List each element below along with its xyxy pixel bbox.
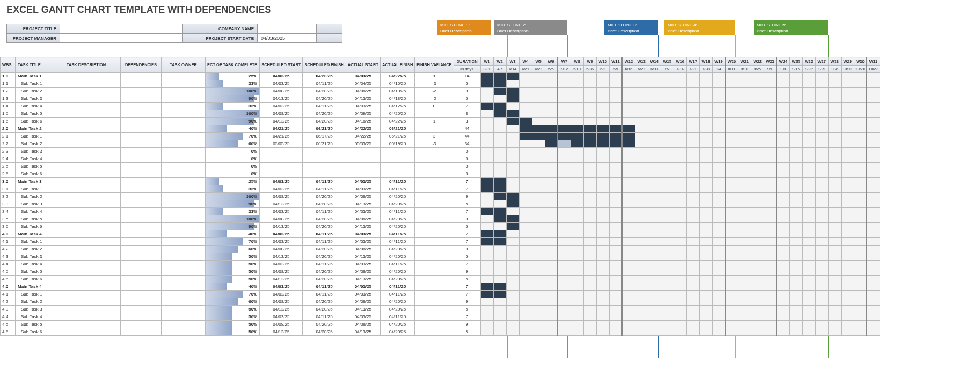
gantt-cell[interactable]: [519, 306, 532, 313]
gantt-cell[interactable]: [506, 215, 519, 223]
gantt-cell[interactable]: [789, 103, 802, 110]
gantt-cell[interactable]: [789, 268, 802, 276]
gantt-cell[interactable]: [699, 230, 712, 238]
cell[interactable]: 04/13/25: [260, 95, 303, 103]
gantt-cell[interactable]: [686, 208, 699, 215]
cell[interactable]: [415, 321, 454, 328]
cell[interactable]: [121, 118, 162, 125]
gantt-cell[interactable]: [583, 306, 596, 313]
gantt-cell[interactable]: [828, 268, 841, 276]
gantt-cell[interactable]: [751, 230, 764, 238]
gantt-cell[interactable]: [725, 125, 738, 133]
cell[interactable]: 04/20/25: [380, 193, 414, 200]
cell[interactable]: [415, 313, 454, 321]
gantt-cell[interactable]: [674, 261, 686, 268]
gantt-cell[interactable]: [583, 133, 596, 140]
gantt-cell[interactable]: [828, 170, 841, 178]
cell[interactable]: 4.5: [1, 321, 16, 328]
cell[interactable]: 0%: [206, 170, 260, 178]
gantt-cell[interactable]: [661, 103, 674, 110]
gantt-cell[interactable]: [712, 140, 725, 148]
gantt-cell[interactable]: [648, 73, 661, 80]
gantt-cell[interactable]: [661, 215, 674, 223]
cell[interactable]: 06/21/25: [380, 133, 414, 140]
cell[interactable]: 4.0: [1, 230, 16, 238]
cell[interactable]: 04/22/25: [380, 118, 414, 125]
gantt-cell[interactable]: [828, 230, 841, 238]
gantt-cell[interactable]: [674, 163, 686, 170]
gantt-cell[interactable]: [725, 283, 738, 291]
gantt-cell[interactable]: [815, 125, 828, 133]
gantt-cell[interactable]: [712, 88, 725, 95]
gantt-cell[interactable]: [609, 328, 622, 336]
gantt-cell[interactable]: [686, 306, 699, 313]
gantt-cell[interactable]: [712, 73, 725, 80]
gantt-cell[interactable]: [751, 118, 764, 125]
table-row[interactable]: 4.1Sub Task 170%04/03/2504/11/2504/03/25…: [1, 238, 880, 246]
gantt-cell[interactable]: [712, 223, 725, 230]
gantt-cell[interactable]: [493, 163, 506, 170]
gantt-cell[interactable]: [558, 140, 571, 148]
table-row[interactable]: 4.5Sub Task 550%04/08/2504/20/2504/08/25…: [1, 321, 880, 328]
gantt-cell[interactable]: [828, 185, 841, 193]
gantt-cell[interactable]: [699, 170, 712, 178]
gantt-cell[interactable]: [558, 110, 571, 118]
gantt-cell[interactable]: [661, 118, 674, 125]
gantt-cell[interactable]: [609, 313, 622, 321]
gantt-cell[interactable]: [506, 261, 519, 268]
gantt-cell[interactable]: [532, 170, 545, 178]
gantt-cell[interactable]: [777, 313, 789, 321]
gantt-cell[interactable]: [764, 185, 777, 193]
gantt-cell[interactable]: [725, 193, 738, 200]
gantt-cell[interactable]: [789, 178, 802, 185]
gantt-cell[interactable]: [532, 133, 545, 140]
cell[interactable]: [415, 223, 454, 230]
cell[interactable]: [121, 140, 162, 148]
gantt-cell[interactable]: [764, 230, 777, 238]
gantt-cell[interactable]: [519, 223, 532, 230]
gantt-cell[interactable]: [583, 178, 596, 185]
gantt-cell[interactable]: [686, 185, 699, 193]
gantt-cell[interactable]: [751, 110, 764, 118]
cell[interactable]: 04/11/25: [303, 261, 346, 268]
gantt-cell[interactable]: [661, 246, 674, 253]
gantt-cell[interactable]: [545, 125, 558, 133]
gantt-cell[interactable]: [583, 215, 596, 223]
gantt-cell[interactable]: [712, 193, 725, 200]
table-row[interactable]: 4.6Sub Task 650%04/13/2504/20/2504/13/25…: [1, 276, 880, 283]
cell[interactable]: [162, 321, 206, 328]
gantt-cell[interactable]: [648, 118, 661, 125]
gantt-cell[interactable]: [674, 80, 686, 88]
gantt-cell[interactable]: [815, 283, 828, 291]
gantt-cell[interactable]: [635, 95, 648, 103]
gantt-cell[interactable]: [764, 118, 777, 125]
gantt-cell[interactable]: [712, 163, 725, 170]
gantt-cell[interactable]: [777, 133, 789, 140]
cell[interactable]: [162, 163, 206, 170]
cell[interactable]: 04/03/25: [346, 313, 380, 321]
gantt-cell[interactable]: [661, 170, 674, 178]
cell[interactable]: 40%: [206, 230, 260, 238]
cell[interactable]: 7: [454, 230, 480, 238]
gantt-cell[interactable]: [699, 223, 712, 230]
gantt-cell[interactable]: [828, 73, 841, 80]
gantt-cell[interactable]: [867, 246, 880, 253]
gantt-cell[interactable]: [506, 125, 519, 133]
gantt-cell[interactable]: [609, 230, 622, 238]
cell[interactable]: 3.5: [1, 215, 16, 223]
gantt-cell[interactable]: [841, 73, 854, 80]
gantt-cell[interactable]: [854, 230, 867, 238]
gantt-cell[interactable]: [712, 80, 725, 88]
gantt-cell[interactable]: [777, 73, 789, 80]
gantt-cell[interactable]: [738, 306, 751, 313]
gantt-cell[interactable]: [635, 125, 648, 133]
gantt-cell[interactable]: [686, 253, 699, 261]
table-row[interactable]: 4.3Sub Task 350%04/13/2504/20/2504/13/25…: [1, 306, 880, 313]
cell[interactable]: 2.3: [1, 148, 16, 155]
gantt-cell[interactable]: [789, 253, 802, 261]
gantt-cell[interactable]: [519, 110, 532, 118]
gantt-cell[interactable]: [493, 291, 506, 298]
gantt-cell[interactable]: [532, 253, 545, 261]
gantt-cell[interactable]: [506, 223, 519, 230]
table-row[interactable]: 4.6Sub Task 650%04/13/2504/20/2504/13/25…: [1, 328, 880, 336]
